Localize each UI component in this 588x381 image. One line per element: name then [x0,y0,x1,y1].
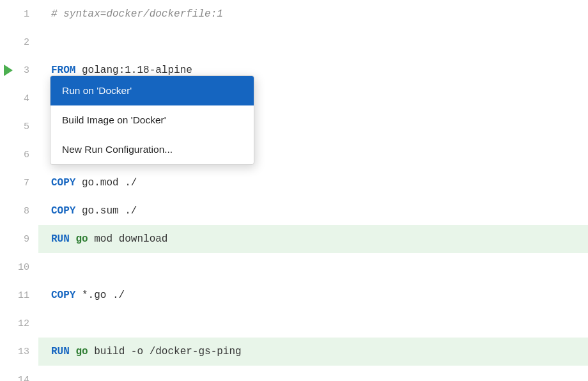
copy-value-8: go.sum ./ [75,205,137,217]
copy-value-11: *.go ./ [75,290,125,301]
line-num-7: 7 [0,169,38,197]
line-num-10: 10 [0,253,38,281]
from-value: golang:1.18-alpine [82,65,192,76]
run-space-9 [70,233,76,245]
code-line-10 [38,253,588,281]
run-value-13: build -o /docker-gs-ping [88,346,242,357]
from-keyword: FROM [51,65,82,76]
code-line-11: COPY *.go ./ [38,281,588,309]
line-num-1: 1 [0,0,38,28]
run-go-9: go [75,233,88,245]
run-go-13: go [75,346,88,357]
line-num-13: 13 [0,338,38,366]
run-arrow-icon[interactable] [4,65,13,76]
line-num-8: 8 [0,197,38,225]
line-num-11: 11 [0,281,38,309]
copy-value-7: go.mod ./ [75,177,137,189]
editor-container: 1 2 3 4 5 6 7 8 9 10 11 12 13 14 # synta… [0,0,588,381]
code-line-8: COPY go.sum ./ [38,197,588,225]
code-line-13: RUN go build -o /docker-gs-ping [38,338,588,366]
code-line-2 [38,28,588,56]
run-keyword-13: RUN [51,346,70,357]
code-line-7: COPY go.mod ./ [38,169,588,197]
line-numbers: 1 2 3 4 5 6 7 8 9 10 11 12 13 14 [0,0,38,381]
line-num-6: 6 [0,141,38,169]
line-num-12: 12 [0,309,38,338]
line-num-4: 4 [0,84,38,113]
context-menu: Run on 'Docker' Build Image on 'Docker' … [50,75,254,165]
code-line-1: # syntax=docker/dockerfile:1 [38,0,588,28]
run-keyword-9: RUN [51,233,70,245]
code-line-9: RUN go mod download [38,225,588,253]
line-num-9: 9 [0,225,38,253]
run-value-9: mod download [88,233,168,245]
run-space-13 [70,346,76,357]
comment-text: # syntax=docker/dockerfile:1 [51,8,223,20]
menu-item-new-run[interactable]: New Run Configuration... [50,135,254,164]
menu-item-run[interactable]: Run on 'Docker' [50,76,254,105]
line-num-3: 3 [0,56,38,84]
copy-keyword-8: COPY [51,205,75,217]
code-area: # syntax=docker/dockerfile:1 FROM golang… [38,0,588,381]
code-line-12 [38,309,588,338]
line-num-5: 5 [0,113,38,141]
copy-keyword-7: COPY [51,177,75,189]
line-num-2: 2 [0,28,38,56]
code-line-14 [38,366,588,381]
copy-keyword-11: COPY [51,290,75,301]
line-num-14: 14 [0,366,38,381]
menu-item-build[interactable]: Build Image on 'Docker' [50,105,254,135]
